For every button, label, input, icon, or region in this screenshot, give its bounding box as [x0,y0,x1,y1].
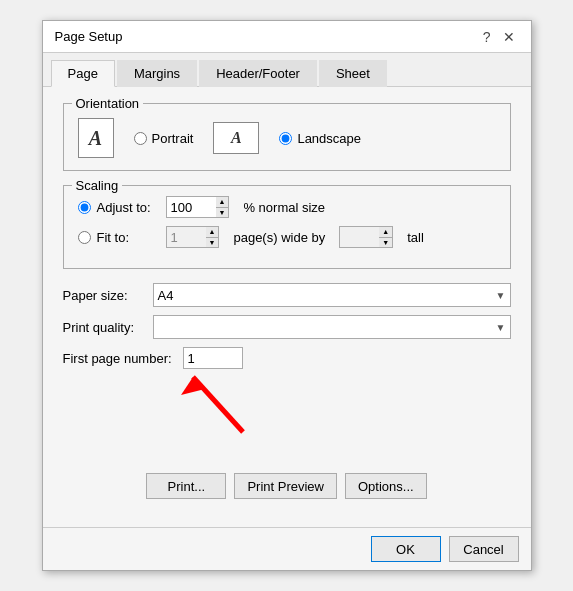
fit-wide-input[interactable] [166,226,206,248]
adjust-row: Adjust to: 100 ▲ ▼ % normal size [78,196,496,218]
print-preview-button[interactable]: Print Preview [234,473,337,499]
tab-bar: Page Margins Header/Footer Sheet [43,53,531,87]
arrow-annotation-svg [143,357,343,437]
first-page-input[interactable] [183,347,243,369]
svg-line-0 [193,377,243,432]
fit-wide-spin-buttons: ▲ ▼ [206,226,220,248]
tab-page[interactable]: Page [51,60,115,87]
adjust-value-input[interactable]: 100 [166,196,216,218]
paper-size-row: Paper size: A4 ▼ [63,283,511,307]
tab-sheet[interactable]: Sheet [319,60,387,87]
fit-wide-spinner: ▲ ▼ [166,226,220,248]
tab-margins[interactable]: Margins [117,60,197,87]
print-quality-dropdown[interactable]: ▼ [153,315,511,339]
adjust-radio[interactable] [78,201,91,214]
orientation-label: Orientation [72,96,144,111]
adjust-down-btn[interactable]: ▼ [216,208,229,218]
fit-tall-spinner: ▲ ▼ [339,226,393,248]
landscape-radio[interactable] [279,132,292,145]
adjust-spin-buttons: ▲ ▼ [216,196,230,218]
portrait-option[interactable]: Portrait [134,131,194,146]
adjust-spinner: 100 ▲ ▼ [166,196,230,218]
tab-header-footer[interactable]: Header/Footer [199,60,317,87]
adjust-option[interactable]: Adjust to: [78,200,158,215]
help-button[interactable]: ? [479,30,495,44]
dialog-title: Page Setup [55,29,123,44]
portrait-radio[interactable] [134,132,147,145]
orientation-group: Orientation A Portrait A Landscape [63,103,511,171]
fit-tall-input[interactable] [339,226,379,248]
print-quality-row: Print quality: ▼ [63,315,511,339]
paper-size-label: Paper size: [63,288,153,303]
ok-button[interactable]: OK [371,536,441,562]
first-page-row: First page number: [63,347,511,369]
close-button[interactable]: ✕ [499,30,519,44]
fit-tall-down-btn[interactable]: ▼ [379,238,392,248]
print-quality-arrow: ▼ [496,322,506,333]
paper-size-arrow: ▼ [496,290,506,301]
fit-row: Fit to: ▲ ▼ page(s) wide by ▲ ▼ [78,226,496,248]
scaling-label: Scaling [72,178,123,193]
title-bar-controls: ? ✕ [479,30,519,44]
adjust-label: Adjust to: [97,200,151,215]
annotation-area [63,377,511,457]
landscape-label: Landscape [297,131,361,146]
scaling-group: Scaling Adjust to: 100 ▲ ▼ % normal size [63,185,511,269]
fit-tall-spin-buttons: ▲ ▼ [379,226,393,248]
fit-option[interactable]: Fit to: [78,230,158,245]
paper-size-value: A4 [158,288,174,303]
first-page-label: First page number: [63,351,183,366]
fit-tall-up-btn[interactable]: ▲ [379,227,392,238]
ok-cancel-row: OK Cancel [43,527,531,570]
fit-wide-down-btn[interactable]: ▼ [206,238,219,248]
fit-radio[interactable] [78,231,91,244]
options-button[interactable]: Options... [345,473,427,499]
landscape-icon: A [213,122,259,154]
action-buttons: Print... Print Preview Options... [63,473,511,499]
print-button[interactable]: Print... [146,473,226,499]
landscape-option[interactable]: Landscape [279,131,361,146]
title-bar: Page Setup ? ✕ [43,21,531,53]
portrait-icon: A [78,118,114,158]
cancel-button[interactable]: Cancel [449,536,519,562]
portrait-label: Portrait [152,131,194,146]
fit-label: Fit to: [97,230,130,245]
fit-wide-up-btn[interactable]: ▲ [206,227,219,238]
adjust-unit: % normal size [243,200,325,215]
fit-tall-unit: tall [407,230,424,245]
adjust-up-btn[interactable]: ▲ [216,197,229,208]
dialog-content: Orientation A Portrait A Landscape [43,87,531,527]
svg-marker-1 [181,377,205,395]
page-setup-dialog: Page Setup ? ✕ Page Margins Header/Foote… [42,20,532,571]
fit-wide-unit: page(s) wide by [233,230,325,245]
orientation-options: A Portrait A Landscape [78,118,496,158]
print-quality-label: Print quality: [63,320,153,335]
paper-size-dropdown[interactable]: A4 ▼ [153,283,511,307]
